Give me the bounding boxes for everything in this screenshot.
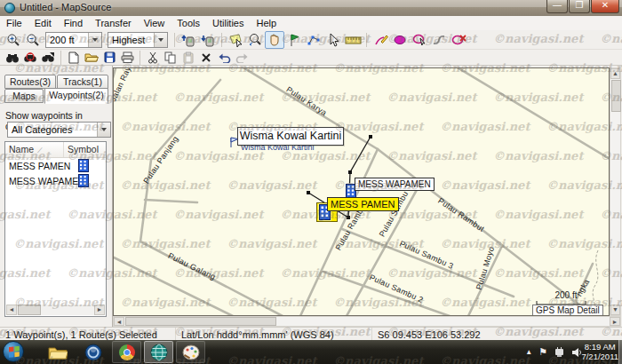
waypoint-row[interactable]: MESS WAPAMEN [5,173,106,188]
column-symbol[interactable]: Symbol [64,142,106,157]
scroll-thumb[interactable] [125,317,276,326]
map-select-tool-button[interactable] [226,31,245,49]
scroll-left-icon[interactable]: ◄ [114,317,124,326]
menu-utilities[interactable]: Utilities [206,17,250,29]
scroll-right-icon[interactable]: ► [610,317,620,326]
selection-arrow-tool-button[interactable] [323,31,343,49]
toolbar-separator [221,33,222,47]
sidebar-horizontal-scrollbar[interactable]: ◄ ► [6,305,105,315]
taskbar-paint-button[interactable] [176,341,205,363]
action-center-flag-icon[interactable]: ⚑ [538,346,547,358]
print-button[interactable] [118,51,136,65]
cut-button[interactable] [144,51,162,65]
menu-view[interactable]: View [138,17,171,29]
scroll-up-icon[interactable]: ▲ [610,68,620,79]
scroll-right-icon[interactable]: ► [94,305,105,315]
restore-button[interactable]: ❐ [569,0,590,13]
printer-icon [121,51,134,63]
hand-pan-tool-button[interactable] [265,31,284,49]
column-name[interactable]: Name⟋ [5,142,64,157]
tab-maps[interactable]: Maps [4,89,44,103]
recent-finds-button[interactable] [39,51,57,65]
scroll-thumb[interactable] [611,80,621,112]
taskbar-mapsource-button[interactable] [144,341,173,363]
map-detail-combo[interactable]: Highest [108,32,168,48]
tab-waypoints[interactable]: Waypoints(2) [44,88,108,104]
binoculars-icon [5,52,20,63]
map-tooltip: Wisma Kowal Kartini [237,127,344,146]
power-plug-icon[interactable] [554,347,565,358]
send-to-device-icon [181,33,195,47]
taskbar-explorer-button[interactable] [43,341,72,363]
close-button[interactable]: ✕ [591,0,619,13]
draw-route-tool-button[interactable] [371,31,390,49]
menu-edit[interactable]: Edit [28,17,58,29]
tab-routes[interactable]: Routes(3) [4,75,56,89]
zoom-out-button[interactable] [23,31,43,49]
send-to-device-button[interactable] [179,31,198,49]
menu-file[interactable]: File [0,17,28,29]
chevron-down-icon[interactable] [154,33,167,47]
taskbar-media-player-button[interactable] [78,341,108,363]
binoculars-target-icon [23,51,37,63]
scroll-left-icon[interactable]: ◄ [6,305,17,315]
map-panel: Jalan RayaPulau KaryaPulau PanjangPulau … [113,67,610,316]
toolbar-separator [60,51,61,65]
zoom-tool-button[interactable] [245,31,265,49]
scale-distance-label: 200 ft [547,290,585,300]
show-desktop-button[interactable] [618,340,622,364]
waypoint-label-mess-pamen[interactable]: MESS PAMEN [327,197,399,211]
zoom-in-button[interactable] [4,31,23,49]
chevron-down-icon[interactable] [97,123,110,137]
find-nearest-button[interactable] [21,51,39,65]
menu-tools[interactable]: Tools [171,17,206,29]
waypoint-name: MESS WAPAMEN [5,176,78,186]
receive-from-device-button[interactable] [198,31,218,49]
open-file-button[interactable] [83,51,100,65]
status-bar: 1 Waypoint(s), 1 Route(s) Selected Lat/L… [0,327,622,341]
tab-tracks[interactable]: Tracks(1) [57,75,108,89]
waypoint-flag-tool-button[interactable] [284,31,304,49]
copy-button[interactable] [162,51,179,65]
pencil-route-icon [373,33,388,47]
map-canvas[interactable]: Jalan RayaPulau KaryaPulau PanjangPulau … [114,68,609,315]
taskbar-chrome-button[interactable] [112,341,141,363]
map-horizontal-scrollbar[interactable]: ◄ ► [113,316,621,327]
category-combo[interactable]: All Categories [7,122,111,138]
chrome-icon [119,344,135,360]
route-tool-icon [307,33,321,47]
undo-button[interactable] [215,51,233,65]
paste-button[interactable] [179,51,197,65]
route-tool-button[interactable] [304,31,323,49]
scroll-thumb[interactable] [18,305,41,315]
track-edit-tool-button[interactable] [410,31,429,49]
waypoint-row[interactable]: MESS PAMEN [5,158,106,173]
waypoint-label-mess-wapamen[interactable]: MESS WAPAMEN [355,178,435,191]
track-erase-tool-button[interactable] [449,31,468,49]
minimize-button[interactable]: — [546,0,568,13]
menu-help[interactable]: Help [250,17,283,29]
save-button[interactable] [100,51,118,65]
redo-button[interactable] [233,51,251,65]
find-button[interactable] [4,51,21,65]
track-join-tool-button[interactable] [429,31,449,49]
taskbar-clock[interactable]: 8:19 AM 7/21/2011 [581,342,618,361]
delete-button[interactable] [197,51,215,65]
menu-find[interactable]: Find [58,17,89,29]
chevron-down-icon[interactable] [88,33,101,47]
zoom-in-icon [6,33,20,47]
new-document-button[interactable] [65,51,83,65]
scroll-down-icon[interactable]: ▼ [610,305,620,315]
track-tool-button[interactable] [390,31,410,49]
tray-expand-icon[interactable]: ▲ [525,348,532,356]
zoom-tool-icon [248,33,262,47]
category-value: All Categories [8,124,97,135]
toolbar-separator [366,33,367,47]
start-button[interactable] [3,341,24,362]
map-vertical-scrollbar[interactable]: ▲ ▼ [610,67,621,316]
menu-transfer[interactable]: Transfer [89,17,138,29]
scissors-icon [148,51,158,64]
zoom-scale-combo[interactable]: 200 ft [45,32,102,48]
distance-ruler-tool-button[interactable] [343,31,363,49]
palette-icon [182,344,200,360]
